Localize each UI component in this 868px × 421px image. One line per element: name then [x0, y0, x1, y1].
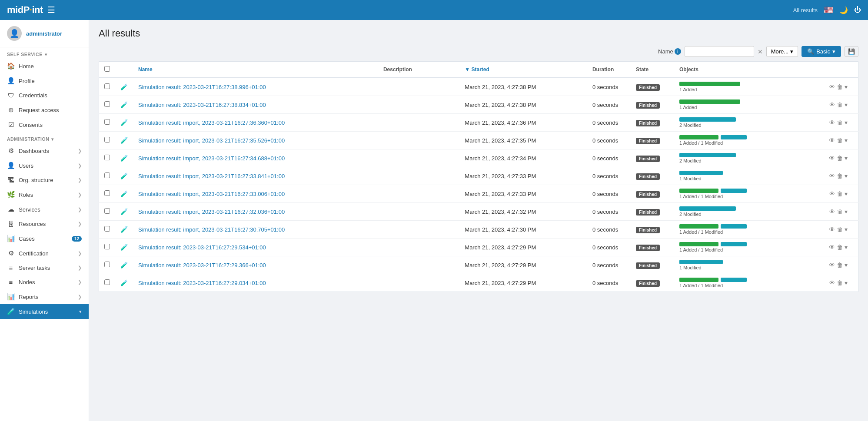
- view-button[interactable]: 👁: [829, 172, 835, 179]
- view-button[interactable]: 👁: [829, 208, 835, 215]
- delete-button[interactable]: 🗑: [837, 101, 843, 108]
- view-button[interactable]: 👁: [829, 279, 835, 286]
- result-name-link[interactable]: Simulation result: import, 2023-03-21T16…: [138, 173, 285, 179]
- users-icon: 👤: [7, 162, 15, 169]
- sidebar-item-profile[interactable]: 👤 Profile: [0, 73, 89, 88]
- delete-button[interactable]: 🗑: [837, 244, 843, 251]
- row-checkbox[interactable]: [104, 208, 110, 214]
- more-actions-button[interactable]: ▾: [845, 137, 848, 144]
- result-name-link[interactable]: Simulation result: import, 2023-03-21T16…: [138, 209, 285, 215]
- more-actions-button[interactable]: ▾: [845, 172, 848, 179]
- result-name-link[interactable]: Simulation result: import, 2023-03-21T16…: [138, 137, 285, 144]
- sidebar-item-resources[interactable]: 🗄 Resources ❯: [0, 217, 89, 231]
- sidebar-item-org-structure[interactable]: 🏗 Org. structure ❯: [0, 173, 89, 187]
- col-header-started[interactable]: ▼ Started: [459, 62, 587, 78]
- delete-button[interactable]: 🗑: [837, 137, 843, 144]
- more-actions-button[interactable]: ▾: [845, 83, 848, 90]
- more-actions-button[interactable]: ▾: [845, 279, 848, 286]
- more-actions-button[interactable]: ▾: [845, 119, 848, 126]
- more-actions-button[interactable]: ▾: [845, 190, 848, 197]
- theme-toggle-button[interactable]: 🌙: [839, 6, 848, 14]
- delete-button[interactable]: 🗑: [837, 172, 843, 179]
- more-actions-button[interactable]: ▾: [845, 208, 848, 215]
- sidebar-item-consents[interactable]: ☑ Consents: [0, 117, 89, 132]
- view-button[interactable]: 👁: [829, 101, 835, 108]
- sidebar-item-services[interactable]: ☁ Services ❯: [0, 202, 89, 217]
- server-tasks-icon: ≡: [7, 264, 15, 272]
- row-checkbox[interactable]: [104, 190, 110, 196]
- sidebar-item-roles[interactable]: 🌿 Roles ❯: [0, 187, 89, 202]
- result-name-link[interactable]: Simulation result: import, 2023-03-21T16…: [138, 119, 285, 126]
- view-button[interactable]: 👁: [829, 119, 835, 126]
- flag-icon[interactable]: 🇺🇸: [824, 5, 833, 15]
- resources-icon: 🗄: [7, 220, 15, 228]
- added-bar: [679, 242, 718, 246]
- sidebar-item-users[interactable]: 👤 Users ❯: [0, 158, 89, 173]
- row-checkbox[interactable]: [104, 83, 110, 89]
- row-checkbox[interactable]: [104, 119, 110, 125]
- hamburger-button[interactable]: ☰: [47, 5, 55, 15]
- delete-button[interactable]: 🗑: [837, 226, 843, 233]
- delete-button[interactable]: 🗑: [837, 190, 843, 197]
- delete-button[interactable]: 🗑: [837, 262, 843, 269]
- result-name-link[interactable]: Simulation result: 2023-03-21T16:27:29.3…: [138, 262, 266, 269]
- delete-button[interactable]: 🗑: [837, 119, 843, 126]
- result-started: March 21, 2023, 4:27:33 PM: [459, 185, 587, 203]
- sidebar-item-server-tasks[interactable]: ≡ Server tasks ❯: [0, 261, 89, 275]
- filter-clear-button[interactable]: ✕: [758, 48, 763, 55]
- logout-button[interactable]: ⏻: [854, 6, 861, 14]
- view-button[interactable]: 👁: [829, 155, 835, 162]
- row-checkbox[interactable]: [104, 137, 110, 143]
- result-name-link[interactable]: Simulation result: import, 2023-03-21T16…: [138, 155, 285, 162]
- row-checkbox[interactable]: [104, 244, 110, 249]
- more-actions-button[interactable]: ▾: [845, 244, 848, 251]
- view-button[interactable]: 👁: [829, 137, 835, 144]
- sidebar-item-simulations[interactable]: 🧪 Simulations ▾: [0, 304, 89, 319]
- sidebar-item-reports[interactable]: 📊 Reports ❯: [0, 289, 89, 304]
- name-filter-input[interactable]: [685, 46, 754, 57]
- more-actions-button[interactable]: ▾: [845, 226, 848, 233]
- col-header-name[interactable]: Name: [133, 62, 378, 78]
- basic-search-button[interactable]: 🔍 Basic ▾: [801, 46, 841, 57]
- sidebar-item-credentials[interactable]: 🛡 Credentials: [0, 88, 89, 103]
- page-title: All results: [99, 28, 858, 39]
- state-badge: Finished: [636, 120, 660, 126]
- row-checkbox[interactable]: [104, 226, 110, 232]
- result-duration: 0 seconds: [587, 149, 631, 167]
- row-checkbox[interactable]: [104, 172, 110, 178]
- view-button[interactable]: 👁: [829, 226, 835, 233]
- view-button[interactable]: 👁: [829, 83, 835, 90]
- result-name-link[interactable]: Simulation result: 2023-03-21T16:27:29.5…: [138, 244, 266, 251]
- result-name-link[interactable]: Simulation result: 2023-03-21T16:27:38.8…: [138, 102, 266, 108]
- select-all-checkbox[interactable]: [104, 66, 110, 72]
- result-name-link[interactable]: Simulation result: 2023-03-21T16:27:29.0…: [138, 280, 266, 286]
- sidebar-item-certification[interactable]: ⚙ Certification ❯: [0, 246, 89, 261]
- more-actions-button[interactable]: ▾: [845, 262, 848, 269]
- result-name-link[interactable]: Simulation result: import, 2023-03-21T16…: [138, 226, 285, 233]
- row-checkbox[interactable]: [104, 101, 110, 107]
- more-actions-button[interactable]: ▾: [845, 155, 848, 162]
- chevron-down-icon: ▾: [832, 48, 835, 55]
- row-checkbox[interactable]: [104, 262, 110, 267]
- delete-button[interactable]: 🗑: [837, 208, 843, 215]
- sidebar-item-cases[interactable]: 📊 Cases 12: [0, 231, 89, 246]
- sidebar-item-request-access[interactable]: ⊕ Request access: [0, 103, 89, 117]
- delete-button[interactable]: 🗑: [837, 279, 843, 286]
- more-filters-button[interactable]: More... ▾: [766, 46, 798, 57]
- sidebar-item-home[interactable]: 🏠 Home: [0, 59, 89, 73]
- more-actions-button[interactable]: ▾: [845, 101, 848, 108]
- result-name-link[interactable]: Simulation result: import, 2023-03-21T16…: [138, 191, 285, 197]
- result-name-link[interactable]: Simulation result: 2023-03-21T16:27:38.9…: [138, 84, 266, 90]
- save-search-button[interactable]: 💾: [845, 46, 858, 57]
- sidebar-item-dashboards[interactable]: ⚙ Dashboards ❯: [0, 143, 89, 158]
- sidebar-user[interactable]: 👤 administrator: [0, 20, 89, 47]
- row-checkbox[interactable]: [104, 279, 110, 285]
- view-button[interactable]: 👁: [829, 262, 835, 269]
- delete-button[interactable]: 🗑: [837, 155, 843, 162]
- result-duration: 0 seconds: [587, 114, 631, 132]
- delete-button[interactable]: 🗑: [837, 83, 843, 90]
- row-checkbox[interactable]: [104, 155, 110, 160]
- sidebar-item-nodes[interactable]: ≡ Nodes ❯: [0, 275, 89, 289]
- view-button[interactable]: 👁: [829, 190, 835, 197]
- view-button[interactable]: 👁: [829, 244, 835, 251]
